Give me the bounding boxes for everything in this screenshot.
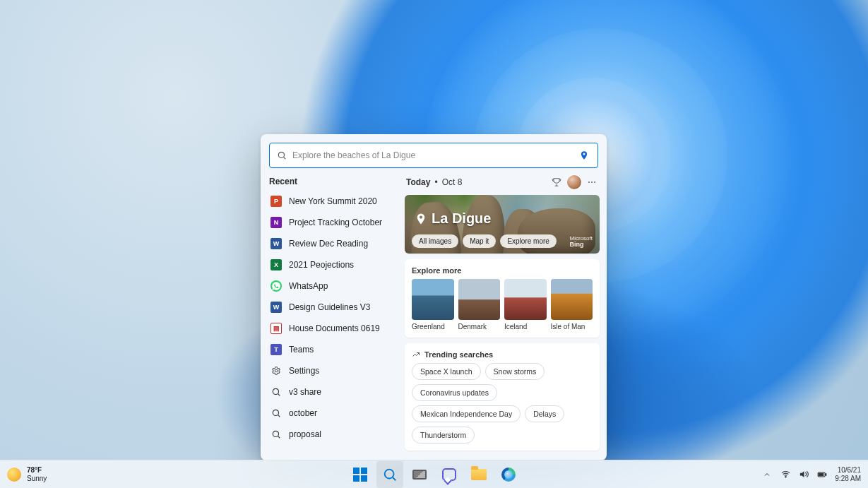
recent-item-label: proposal (289, 429, 321, 439)
search-icon (270, 407, 282, 419)
file-explorer-button[interactable] (465, 461, 492, 488)
svg-line-6 (278, 415, 280, 417)
recent-item[interactable]: october (268, 403, 398, 424)
svg-point-5 (273, 410, 278, 415)
svg-line-13 (393, 477, 396, 480)
recent-item[interactable]: TTeams (268, 339, 398, 360)
xls-icon: X (270, 259, 282, 270)
more-options-icon[interactable] (585, 176, 598, 189)
location-pin-icon[interactable] (578, 149, 590, 162)
battery-icon[interactable] (816, 469, 828, 480)
thumb-label: Isle of Man (551, 323, 593, 331)
trending-pill[interactable]: Coronavirus updates (412, 384, 497, 401)
svg-point-10 (591, 181, 593, 183)
explore-thumb[interactable]: Denmark (458, 279, 501, 331)
search-box[interactable] (269, 143, 598, 168)
recent-item-label: Review Dec Reading (289, 239, 368, 249)
wa-icon (270, 280, 282, 292)
tray-chevron-icon[interactable] (761, 469, 773, 480)
svg-point-9 (588, 181, 590, 183)
folder-icon (471, 469, 487, 480)
bing-attribution: MicrosoftBing (570, 236, 593, 248)
recent-item[interactable]: v3 share (268, 381, 398, 403)
explore-card: Explore more GreenlandDenmarkIcelandIsle… (405, 259, 600, 338)
explore-heading: Explore more (412, 266, 593, 275)
today-label: Today (406, 177, 430, 187)
trending-pill[interactable]: Delays (525, 405, 564, 422)
svg-line-1 (284, 157, 286, 160)
hero-title: La Digue (432, 210, 491, 227)
recent-item-label: WhatsApp (289, 281, 328, 291)
start-button[interactable] (347, 461, 374, 488)
recent-item-label: New York Summit 2020 (289, 196, 377, 206)
explore-thumb[interactable]: Isle of Man (551, 279, 593, 331)
recent-item-label: v3 share (289, 387, 321, 397)
task-view-button[interactable] (406, 461, 433, 488)
thumb-label: Greenland (412, 323, 454, 331)
trending-icon (412, 350, 420, 359)
recent-item-label: House Documents 0619 (289, 323, 380, 333)
one-icon: N (270, 217, 282, 228)
explore-thumb[interactable]: Iceland (504, 279, 547, 331)
svg-rect-17 (826, 473, 826, 475)
recent-item[interactable]: ▤House Documents 0619 (268, 318, 398, 339)
weather-icon (7, 468, 21, 482)
ppt-icon: P (270, 196, 282, 207)
recent-item[interactable]: NProject Tracking October (268, 212, 398, 233)
hero-card[interactable]: La Digue All imagesMap itExplore more Mi… (405, 195, 600, 254)
volume-icon[interactable] (798, 469, 809, 480)
svg-point-0 (278, 152, 284, 157)
task-view-icon (412, 470, 427, 480)
svg-rect-18 (819, 473, 824, 476)
chat-button[interactable] (436, 461, 463, 488)
user-avatar[interactable] (567, 175, 581, 189)
svg-point-11 (594, 181, 595, 183)
gear-icon (270, 365, 282, 376)
recent-item[interactable]: WReview Dec Reading (268, 233, 398, 254)
recent-item[interactable]: PNew York Summit 2020 (268, 191, 398, 212)
doc-icon: W (270, 238, 282, 249)
recent-item[interactable]: Settings (268, 360, 398, 381)
svg-point-2 (275, 369, 278, 372)
rewards-icon[interactable] (550, 176, 563, 189)
doc-icon: W (270, 302, 282, 313)
search-input[interactable] (287, 150, 578, 160)
recent-item-label: Project Tracking October (289, 218, 382, 227)
trending-pill[interactable]: Snow storms (485, 363, 545, 380)
recent-item-label: Settings (289, 366, 319, 376)
recent-heading: Recent (268, 174, 398, 191)
search-panel: Recent PNew York Summit 2020NProject Tra… (261, 134, 607, 460)
hero-chip[interactable]: All images (412, 234, 458, 248)
hero-chip[interactable]: Map it (463, 234, 496, 248)
recent-item[interactable]: proposal (268, 424, 398, 445)
trending-pill[interactable]: Thunderstorm (412, 427, 475, 444)
svg-line-4 (278, 394, 280, 396)
taskbar: 78°F Sunny 10/6/21 9:28 AM (0, 460, 868, 488)
wifi-icon[interactable] (780, 469, 791, 480)
explore-thumb[interactable]: Greenland (412, 279, 454, 331)
svg-point-3 (273, 388, 278, 394)
recent-item[interactable]: X2021 Peojections (268, 254, 398, 275)
thumb-image (412, 279, 454, 320)
trending-pill[interactable]: Space X launch (412, 363, 481, 380)
recent-item-label: october (289, 408, 317, 418)
thumb-label: Denmark (458, 323, 501, 331)
trending-pill[interactable]: Mexican Independence Day (412, 405, 521, 422)
svg-line-8 (278, 436, 280, 439)
today-date: Oct 8 (442, 177, 463, 187)
trending-card: Trending searches Space X launchSnow sto… (405, 343, 600, 451)
edge-button[interactable] (495, 461, 522, 488)
taskbar-weather[interactable]: 78°F Sunny (0, 466, 47, 482)
chat-icon (442, 468, 456, 481)
recent-item[interactable]: WDesign Guidelines V3 (268, 297, 398, 318)
recent-item[interactable]: WhatsApp (268, 275, 398, 297)
thumb-image (458, 279, 501, 320)
weather-desc: Sunny (27, 475, 47, 483)
taskbar-clock[interactable]: 10/6/21 9:28 AM (835, 466, 861, 482)
svg-point-12 (384, 469, 393, 478)
search-icon (270, 429, 282, 440)
svg-point-14 (785, 477, 786, 477)
recent-item-label: 2021 Peojections (289, 260, 354, 270)
hero-chip[interactable]: Explore more (500, 234, 556, 248)
taskbar-search-button[interactable] (376, 461, 403, 488)
